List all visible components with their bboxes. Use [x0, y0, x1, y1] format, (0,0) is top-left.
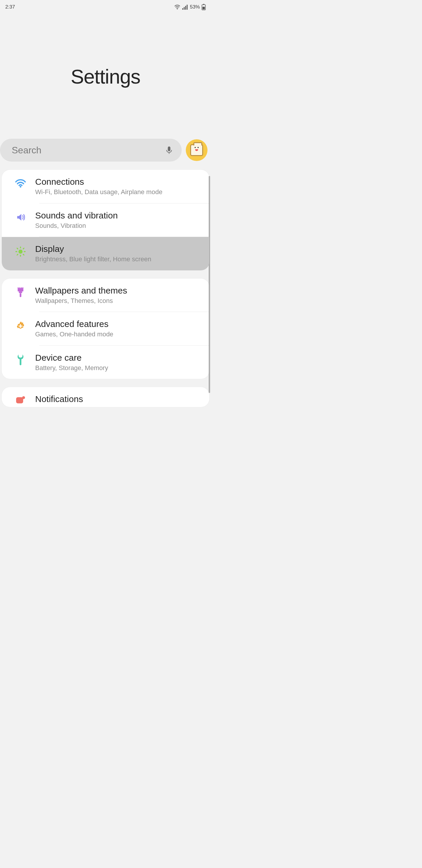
- row-advanced[interactable]: Advanced features Games, One-handed mode: [2, 312, 209, 345]
- row-notifications[interactable]: Notifications: [2, 387, 209, 407]
- svg-line-15: [23, 254, 24, 255]
- row-title: Notifications: [35, 394, 200, 404]
- page-title: Settings: [71, 65, 140, 88]
- search-input[interactable]: [12, 145, 165, 156]
- settings-group-1: Connections Wi-Fi, Bluetooth, Data usage…: [2, 170, 209, 270]
- svg-line-16: [17, 254, 18, 255]
- battery-percent: 53%: [190, 4, 200, 10]
- status-icons: 53%: [174, 4, 206, 10]
- svg-rect-21: [21, 287, 22, 288]
- brightness-icon: [6, 244, 35, 257]
- wrench-icon: [6, 353, 35, 366]
- row-devicecare[interactable]: Device care Battery, Storage, Memory: [2, 346, 209, 379]
- row-title: Device care: [35, 353, 200, 363]
- profile-avatar[interactable]: [186, 139, 207, 161]
- speaker-icon: [6, 211, 35, 222]
- svg-rect-4: [187, 5, 188, 10]
- svg-line-17: [23, 248, 24, 249]
- battery-icon: [202, 4, 206, 10]
- row-subtitle: Wi-Fi, Bluetooth, Data usage, Airplane m…: [35, 188, 200, 196]
- status-time: 2:37: [5, 4, 15, 10]
- row-title: Display: [35, 244, 200, 254]
- svg-point-9: [19, 250, 23, 254]
- row-title: Sounds and vibration: [35, 211, 200, 220]
- svg-rect-27: [16, 397, 23, 403]
- svg-rect-22: [22, 287, 23, 288]
- row-title: Advanced features: [35, 319, 200, 329]
- brush-icon: [6, 286, 35, 298]
- svg-rect-6: [203, 4, 204, 5]
- row-title: Connections: [35, 177, 200, 187]
- svg-line-14: [17, 248, 18, 249]
- svg-rect-20: [19, 287, 20, 288]
- hero: Settings: [0, 14, 211, 139]
- svg-point-0: [177, 8, 177, 9]
- row-subtitle: Sounds, Vibration: [35, 222, 200, 230]
- svg-point-28: [22, 396, 25, 399]
- svg-rect-19: [18, 287, 19, 288]
- svg-rect-7: [202, 7, 205, 9]
- settings-screen: 2:37 53% Settings Connecti: [0, 0, 211, 434]
- svg-rect-24: [20, 293, 22, 297]
- svg-rect-2: [184, 7, 185, 10]
- svg-rect-3: [185, 6, 186, 10]
- svg-rect-18: [18, 288, 23, 291]
- wifi-icon: [174, 4, 181, 10]
- row-subtitle: Battery, Storage, Memory: [35, 364, 200, 372]
- notification-icon: [6, 394, 35, 405]
- mic-icon[interactable]: [165, 146, 173, 155]
- gear-icon: [6, 319, 35, 331]
- search-row: [0, 139, 211, 162]
- row-sounds[interactable]: Sounds and vibration Sounds, Vibration: [2, 204, 209, 237]
- settings-group-2: Wallpapers and themes Wallpapers, Themes…: [2, 279, 209, 379]
- signal-icon: [182, 4, 188, 10]
- search-bar[interactable]: [0, 139, 182, 162]
- row-connections[interactable]: Connections Wi-Fi, Bluetooth, Data usage…: [2, 170, 209, 203]
- status-bar: 2:37 53%: [0, 0, 211, 14]
- row-title: Wallpapers and themes: [35, 286, 200, 296]
- wifi-icon: [6, 177, 35, 188]
- row-display[interactable]: Display Brightness, Blue light filter, H…: [2, 237, 209, 270]
- svg-point-8: [20, 186, 22, 188]
- svg-rect-1: [182, 8, 183, 10]
- row-subtitle: Wallpapers, Themes, Icons: [35, 297, 200, 305]
- settings-group-3: Notifications: [2, 387, 209, 407]
- svg-rect-23: [19, 291, 22, 293]
- row-subtitle: Games, One-handed mode: [35, 330, 200, 338]
- row-subtitle: Brightness, Blue light filter, Home scre…: [35, 255, 200, 264]
- row-wallpapers[interactable]: Wallpapers and themes Wallpapers, Themes…: [2, 279, 209, 312]
